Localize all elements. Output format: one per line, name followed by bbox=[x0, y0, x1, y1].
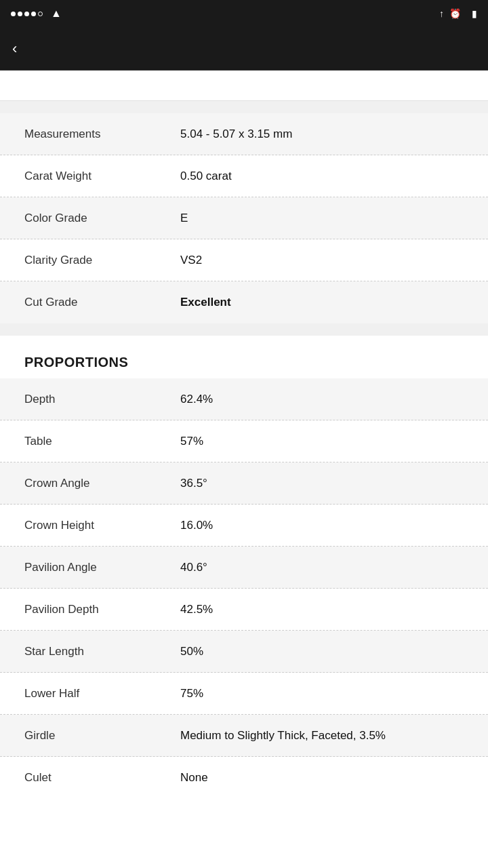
status-right: ↑ ⏰ ▮ bbox=[439, 8, 477, 19]
location-icon: ↑ bbox=[439, 8, 444, 19]
table-row: Clarity GradeVS2 bbox=[0, 239, 488, 281]
back-button[interactable]: ‹ bbox=[12, 40, 20, 58]
row-value: None bbox=[180, 771, 208, 785]
row-value: 40.6° bbox=[180, 561, 207, 574]
proportions-section: Depth62.4%Table57%Crown Angle36.5°Crown … bbox=[0, 378, 488, 799]
row-label: Lower Half bbox=[24, 687, 180, 701]
row-value: 16.0% bbox=[180, 519, 213, 532]
basic-details-section: Measurements5.04 - 5.07 x 3.15 mmCarat W… bbox=[0, 113, 488, 323]
signal-dot-3 bbox=[24, 12, 29, 16]
row-label: Girdle bbox=[24, 729, 180, 743]
row-label: Star Length bbox=[24, 645, 180, 658]
battery-icon: ▮ bbox=[472, 8, 477, 19]
table-row: Table57% bbox=[0, 420, 488, 462]
status-bar: ▲ ↑ ⏰ ▮ bbox=[0, 0, 488, 27]
table-row: Measurements5.04 - 5.07 x 3.15 mm bbox=[0, 113, 488, 155]
table-row: Pavilion Angle40.6° bbox=[0, 547, 488, 589]
row-value: 36.5° bbox=[180, 477, 207, 490]
signal-dot-5 bbox=[38, 12, 43, 16]
row-value: 42.5% bbox=[180, 603, 213, 616]
report-header bbox=[0, 71, 488, 101]
row-value: 75% bbox=[180, 687, 203, 701]
row-label: Measurements bbox=[24, 127, 180, 141]
row-label: Depth bbox=[24, 393, 180, 406]
row-value: VS2 bbox=[180, 254, 202, 267]
table-row: Crown Angle36.5° bbox=[0, 462, 488, 505]
status-left: ▲ bbox=[11, 7, 62, 20]
row-label: Crown Angle bbox=[24, 477, 180, 490]
row-label: Carat Weight bbox=[24, 170, 180, 183]
row-label: Crown Height bbox=[24, 519, 180, 532]
nav-bar: ‹ bbox=[0, 27, 488, 71]
back-arrow-icon: ‹ bbox=[12, 40, 17, 58]
row-value: 50% bbox=[180, 645, 203, 658]
row-label: Pavilion Depth bbox=[24, 603, 180, 616]
table-row: Crown Height16.0% bbox=[0, 505, 488, 547]
row-value: 57% bbox=[180, 435, 203, 448]
table-row: Cut GradeExcellent bbox=[0, 281, 488, 323]
table-row: Color GradeE bbox=[0, 197, 488, 239]
table-row: Depth62.4% bbox=[0, 378, 488, 420]
alarm-icon: ⏰ bbox=[449, 8, 461, 19]
table-row: GirdleMedium to Slightly Thick, Faceted,… bbox=[0, 715, 488, 757]
table-row: CuletNone bbox=[0, 757, 488, 799]
row-value: 62.4% bbox=[180, 393, 213, 406]
row-value: Medium to Slightly Thick, Faceted, 3.5% bbox=[180, 729, 386, 743]
row-label: Color Grade bbox=[24, 212, 180, 225]
row-value: Excellent bbox=[180, 296, 231, 309]
row-label: Table bbox=[24, 435, 180, 448]
row-label: Cut Grade bbox=[24, 296, 180, 309]
table-row: Pavilion Depth42.5% bbox=[0, 589, 488, 631]
row-label: Clarity Grade bbox=[24, 254, 180, 267]
section-divider-2 bbox=[0, 323, 488, 336]
wifi-icon: ▲ bbox=[51, 7, 62, 20]
row-label: Culet bbox=[24, 771, 180, 785]
signal-dots bbox=[11, 12, 43, 16]
table-row: Star Length50% bbox=[0, 631, 488, 673]
section-divider-1 bbox=[0, 101, 488, 113]
row-value: 5.04 - 5.07 x 3.15 mm bbox=[180, 127, 292, 141]
signal-dot-1 bbox=[11, 12, 16, 16]
proportions-header: PROPORTIONS bbox=[0, 336, 488, 378]
signal-dot-2 bbox=[18, 12, 22, 16]
row-value: 0.50 carat bbox=[180, 170, 232, 183]
signal-dot-4 bbox=[31, 12, 36, 16]
row-label: Pavilion Angle bbox=[24, 561, 180, 574]
table-row: Lower Half75% bbox=[0, 673, 488, 715]
row-value: E bbox=[180, 212, 188, 225]
table-row: Carat Weight0.50 carat bbox=[0, 155, 488, 197]
